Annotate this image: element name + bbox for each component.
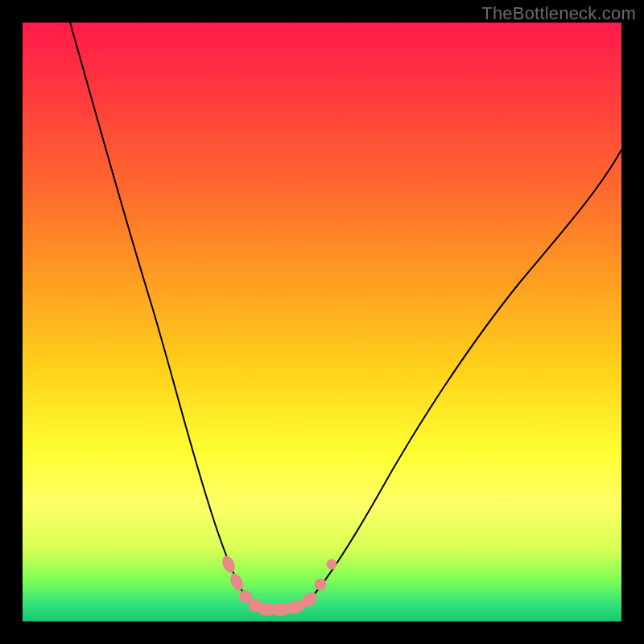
- watermark-text: TheBottleneck.com: [481, 3, 636, 24]
- left-curve: [70, 23, 256, 608]
- chart-frame: TheBottleneck.com: [0, 0, 644, 644]
- marker-dot: [327, 559, 337, 570]
- marker-dot: [315, 579, 327, 591]
- marker-dot: [220, 554, 237, 575]
- plot-area: [23, 23, 621, 621]
- marker-dot: [228, 572, 246, 592]
- curve-layer: [23, 23, 621, 621]
- marker-cluster: [220, 554, 336, 616]
- right-curve: [304, 150, 621, 605]
